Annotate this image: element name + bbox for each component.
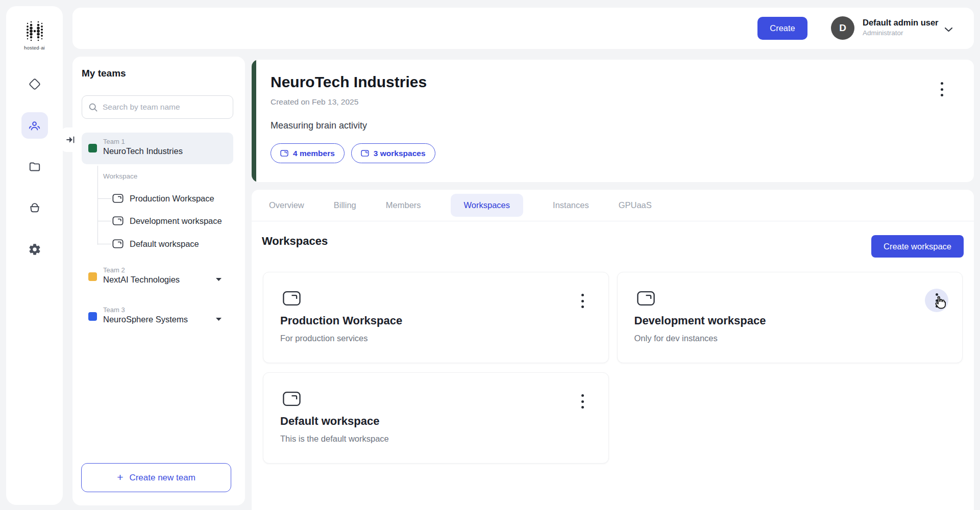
teams-panel: My teams Team 1 NeuroTech Industries Wor… xyxy=(72,57,245,505)
tree-item-default-workspace[interactable]: Default workspace xyxy=(97,238,230,250)
folder-icon xyxy=(28,160,41,173)
tab-billing[interactable]: Billing xyxy=(334,200,356,210)
tree-item-label: Default workspace xyxy=(130,239,199,249)
diamond-icon xyxy=(28,78,41,91)
user-name: Default admin user xyxy=(863,18,939,28)
tree-tick xyxy=(97,244,111,244)
sidebar-item-settings[interactable] xyxy=(21,236,48,263)
team-color-swatch xyxy=(88,144,97,152)
team-row-nextai[interactable]: Team 2 NextAI Technologies xyxy=(82,261,233,293)
user-menu-chevron-icon[interactable] xyxy=(944,25,953,34)
workspace-card-title: Default workspace xyxy=(280,415,379,428)
sidebar-nav xyxy=(6,71,63,263)
workspaces-section-title: Workspaces xyxy=(262,235,328,248)
workspace-section-label: Workspace xyxy=(103,172,137,180)
tree-item-label: Production Workspace xyxy=(130,194,214,203)
workspace-options-kebab-icon[interactable] xyxy=(577,392,588,411)
workspace-card-description: For production services xyxy=(280,334,368,343)
chevron-down-icon[interactable] xyxy=(215,314,222,323)
team-accent-bar xyxy=(252,60,256,182)
workspace-frame-icon xyxy=(112,239,124,248)
workspace-frame-icon xyxy=(361,150,369,157)
tab-overview[interactable]: Overview xyxy=(269,200,304,210)
teams-users-icon xyxy=(28,119,41,133)
members-count-label: 4 members xyxy=(293,149,335,158)
team-label: Team 3 xyxy=(103,306,125,314)
kebab-hover-highlight xyxy=(925,289,948,312)
team-label: Team 2 xyxy=(103,266,125,274)
create-new-team-label: Create new team xyxy=(129,473,195,483)
team-options-kebab-icon[interactable] xyxy=(941,82,943,96)
collapse-panel-icon xyxy=(66,136,77,144)
team-color-swatch xyxy=(88,272,97,281)
workspace-options-kebab-icon[interactable] xyxy=(577,292,588,310)
team-row-neurosphere[interactable]: Team 3 NeuroSphere Systems xyxy=(82,301,233,333)
tab-gpuaas[interactable]: GPUaaS xyxy=(619,200,652,210)
workspace-card-default[interactable]: Default workspace This is the default wo… xyxy=(263,372,609,464)
user-avatar[interactable]: D xyxy=(831,16,854,40)
team-name: NextAI Technologies xyxy=(103,275,180,285)
gear-icon xyxy=(28,243,41,256)
app-root: hosted·ai xyxy=(0,0,980,510)
sidebar-item-bucket[interactable] xyxy=(21,195,48,221)
tree-item-label: Development workspace xyxy=(130,216,222,226)
search-icon xyxy=(88,103,98,112)
team-label: Team 1 xyxy=(103,138,125,145)
team-description: Measuring brain activity xyxy=(271,120,367,131)
team-content-card: Overview Billing Members Workspaces Inst… xyxy=(252,190,974,510)
logo-wordmark: hosted·ai xyxy=(23,45,46,50)
sidebar: hosted·ai xyxy=(6,6,63,505)
bucket-icon xyxy=(28,201,41,215)
topbar: Create D Default admin user Administrato… xyxy=(72,8,974,49)
workspace-card-title: Development workspace xyxy=(634,314,766,327)
tab-workspaces[interactable]: Workspaces xyxy=(451,194,523,217)
teams-panel-title: My teams xyxy=(82,68,126,79)
tree-tick xyxy=(97,221,111,221)
hosted-ai-logo-icon xyxy=(23,19,46,42)
create-new-team-button[interactable]: + Create new team xyxy=(81,463,231,492)
tab-instances[interactable]: Instances xyxy=(553,200,589,210)
workspace-card-description: This is the default workspace xyxy=(280,434,389,444)
workspace-frame-icon xyxy=(636,291,655,306)
sidebar-item-folder[interactable] xyxy=(21,154,48,180)
workspace-frame-icon xyxy=(280,150,288,157)
app-logo: hosted·ai xyxy=(23,19,46,50)
team-badges: 4 members 3 workspaces xyxy=(271,143,435,163)
workspaces-count-badge[interactable]: 3 workspaces xyxy=(351,143,435,163)
team-title: NeuroTech Industries xyxy=(271,73,427,91)
workspace-frame-icon xyxy=(112,216,124,225)
create-workspace-button[interactable]: Create workspace xyxy=(871,235,964,258)
team-color-swatch xyxy=(88,312,97,321)
team-header-card: NeuroTech Industries Created on Feb 13, … xyxy=(252,60,974,182)
members-count-badge[interactable]: 4 members xyxy=(271,143,345,163)
tree-tick xyxy=(97,198,111,199)
workspace-frame-icon xyxy=(282,391,301,406)
workspace-options-kebab-icon[interactable] xyxy=(936,293,938,308)
collapse-sidebar-button[interactable] xyxy=(61,128,82,152)
workspace-card-description: Only for dev instances xyxy=(634,334,718,343)
sidebar-item-diamond[interactable] xyxy=(21,71,48,97)
workspace-card-title: Production Workspace xyxy=(280,314,402,327)
user-role: Administrator xyxy=(863,29,903,37)
tree-connector-line xyxy=(97,166,98,245)
workspace-card-production[interactable]: Production Workspace For production serv… xyxy=(263,272,609,363)
chevron-down-icon[interactable] xyxy=(215,274,222,284)
tree-item-development-workspace[interactable]: Development workspace xyxy=(97,215,230,227)
team-created-date: Created on Feb 13, 2025 xyxy=(271,97,358,107)
team-row-neurotech[interactable]: Team 1 NeuroTech Industries xyxy=(82,133,233,164)
plus-icon: + xyxy=(117,472,123,482)
create-button[interactable]: Create xyxy=(757,17,807,40)
team-search-input[interactable] xyxy=(103,103,227,112)
tree-item-production-workspace[interactable]: Production Workspace xyxy=(97,192,230,205)
team-name: NeuroSphere Systems xyxy=(103,315,188,324)
workspaces-grid: Production Workspace For production serv… xyxy=(263,272,963,464)
team-tabs: Overview Billing Members Workspaces Inst… xyxy=(252,190,974,221)
workspaces-count-label: 3 workspaces xyxy=(374,149,426,158)
workspace-frame-icon xyxy=(282,291,301,306)
tab-members[interactable]: Members xyxy=(386,200,421,210)
team-search[interactable] xyxy=(82,95,233,119)
workspace-frame-icon xyxy=(112,194,124,203)
team-name: NeuroTech Industries xyxy=(103,146,183,156)
workspace-card-development[interactable]: Development workspace Only for dev insta… xyxy=(617,272,963,363)
sidebar-item-teams[interactable] xyxy=(21,112,48,139)
